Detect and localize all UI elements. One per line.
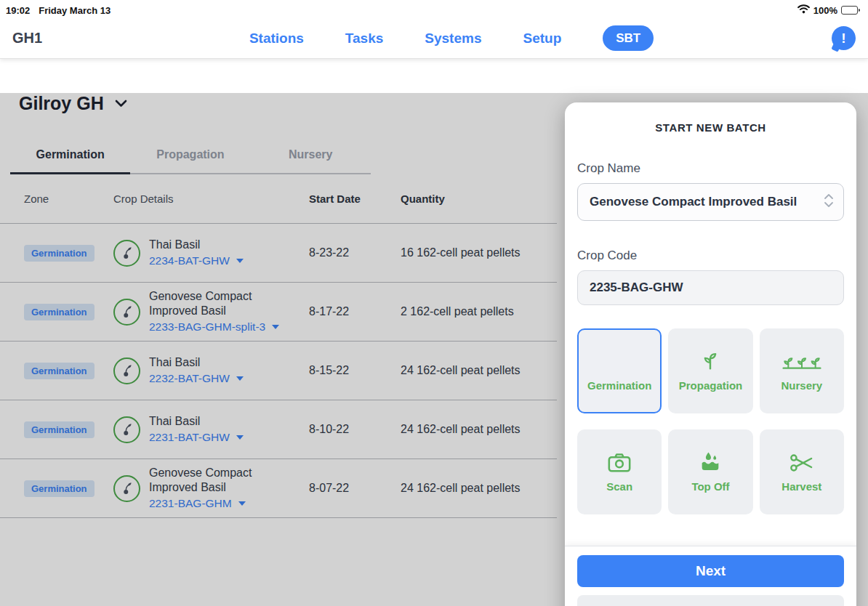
action-scan[interactable]: Scan bbox=[577, 429, 662, 514]
nav-item-stations[interactable]: Stations bbox=[249, 31, 304, 47]
select-chevrons-icon bbox=[824, 193, 834, 211]
status-bar: 19:02 Friday March 13 100% bbox=[0, 0, 868, 18]
crop-name-label: Crop Name bbox=[577, 161, 844, 176]
crop-code-input[interactable]: 2235-BAG-GHW bbox=[577, 270, 844, 305]
modal-footer: Next Cancel bbox=[565, 546, 856, 606]
action-grid: Germination Propagation bbox=[577, 328, 844, 514]
nav-item-setup[interactable]: Setup bbox=[523, 31, 561, 47]
crop-name-select[interactable]: Genovese Compact Improved Basil bbox=[577, 183, 844, 221]
action-harvest[interactable]: Harvest bbox=[760, 429, 844, 514]
wifi-icon bbox=[797, 4, 810, 16]
top-chrome: 19:02 Friday March 13 100% GH1 Stations … bbox=[0, 0, 868, 58]
crop-code-label: Crop Code bbox=[577, 249, 844, 263]
action-top-off[interactable]: Top Off bbox=[668, 429, 752, 514]
nav-item-systems[interactable]: Systems bbox=[425, 31, 481, 47]
alert-notification-icon[interactable]: ! bbox=[832, 26, 856, 50]
nav-bar: GH1 Stations Tasks Systems Setup SBT ! bbox=[0, 18, 868, 58]
battery-icon bbox=[841, 6, 860, 15]
crop-code-value: 2235-BAG-GHW bbox=[590, 280, 683, 295]
battery-percent: 100% bbox=[813, 5, 837, 16]
action-germination[interactable]: Germination bbox=[577, 328, 662, 413]
action-propagation[interactable]: Propagation bbox=[668, 328, 752, 413]
status-time: 19:02 bbox=[6, 5, 30, 16]
sbt-button[interactable]: SBT bbox=[603, 25, 654, 51]
sprout-icon bbox=[698, 342, 723, 373]
scissors-icon bbox=[789, 443, 815, 474]
nav-item-tasks[interactable]: Tasks bbox=[345, 31, 383, 47]
sprouts-row-icon bbox=[781, 342, 822, 373]
next-button[interactable]: Next bbox=[577, 555, 844, 587]
action-nursery[interactable]: Nursery bbox=[760, 328, 844, 413]
crop-name-value: Genovese Compact Improved Basil bbox=[590, 195, 797, 209]
modal-title: START NEW BATCH bbox=[577, 121, 844, 134]
start-new-batch-modal: START NEW BATCH Crop Name Genovese Compa… bbox=[565, 102, 856, 606]
status-date: Friday March 13 bbox=[39, 5, 110, 16]
camera-icon bbox=[607, 443, 632, 474]
cancel-button[interactable]: Cancel bbox=[577, 595, 844, 606]
water-tray-icon bbox=[698, 443, 723, 474]
app-brand: GH1 bbox=[12, 30, 42, 47]
